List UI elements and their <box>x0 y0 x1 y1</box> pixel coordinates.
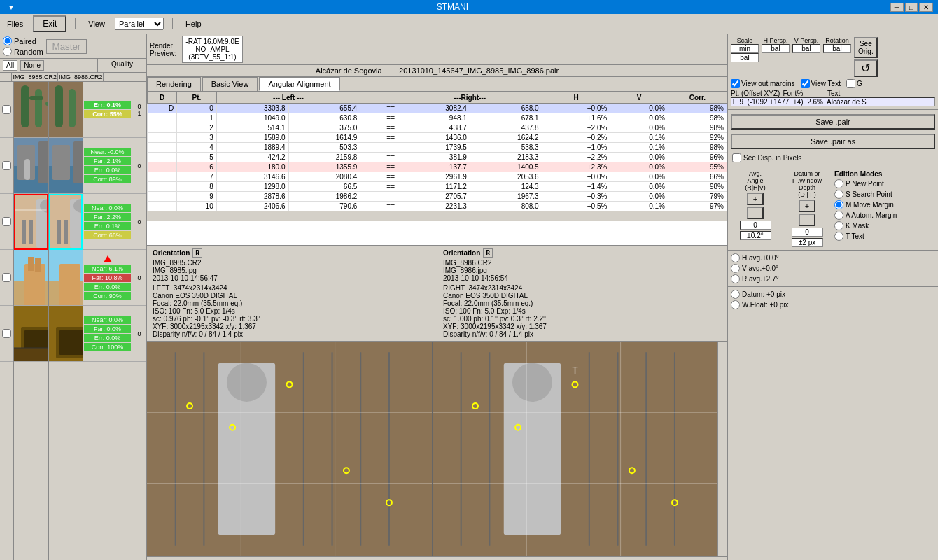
master-button[interactable]: Master <box>46 39 88 54</box>
autom-margin-radio-label[interactable]: A Autom. Margin <box>834 211 897 220</box>
tab-angular-alignment[interactable]: Angular Alignment <box>259 77 340 91</box>
v-avg-radio[interactable] <box>731 264 740 273</box>
w-float-radio-label[interactable]: W.Float: +0 pix <box>731 300 935 309</box>
view-mode-selector[interactable]: Parallel Crossed Anaglyph <box>115 18 164 30</box>
r-avg-radio[interactable] <box>731 274 740 284</box>
save-pair-as-button[interactable]: Save .pair as <box>731 134 935 149</box>
right-thumb-1[interactable] <box>49 82 83 138</box>
search-point-radio-label[interactable]: S Search Point <box>834 190 897 199</box>
table-scrollbar[interactable] <box>147 211 727 221</box>
table-row[interactable]: 31589.01614.9==1436.01624.2+0.2%0.1%92% <box>148 133 727 143</box>
tab-rendering[interactable]: Rendering <box>147 77 201 91</box>
k-mask-radio[interactable] <box>834 221 844 230</box>
paired-radio[interactable] <box>3 36 12 46</box>
view-menu[interactable]: View <box>84 18 109 29</box>
thumb-checkbox-1[interactable] <box>2 105 11 114</box>
h-avg-label[interactable]: H avg.+0.0° <box>731 253 935 262</box>
datum-zero-input[interactable] <box>792 227 823 237</box>
left-thumb-3[interactable] <box>14 194 48 250</box>
cb5[interactable] <box>0 306 13 362</box>
datum-radio[interactable] <box>731 290 740 299</box>
view-out-margins-label[interactable]: View out margins <box>731 79 795 88</box>
avg-zero-input[interactable] <box>740 220 771 230</box>
see-disp-label[interactable]: See Disp. in Pixels <box>731 152 935 164</box>
all-filter-btn[interactable]: All <box>3 60 18 71</box>
pt-info-input[interactable] <box>731 97 935 106</box>
random-radio-label[interactable]: Random <box>3 47 43 56</box>
cb1[interactable] <box>0 82 13 138</box>
t-text-radio-label[interactable]: T Text <box>834 232 897 241</box>
move-margin-radio-label[interactable]: M Move Margin <box>834 200 897 209</box>
left-thumb-5[interactable] <box>14 306 48 362</box>
h-avg-radio[interactable] <box>731 253 740 262</box>
none-filter-btn[interactable]: None <box>20 60 44 71</box>
right-thumb-2[interactable] <box>49 138 83 194</box>
left-preview[interactable] <box>147 342 433 556</box>
close-button[interactable]: ✕ <box>919 3 933 12</box>
table-row[interactable]: 2514.1375.0==438.7437.8+2.0%0.0%98% <box>148 123 727 133</box>
paired-radio-label[interactable]: Paired <box>3 36 43 46</box>
view-mode-dropdown[interactable]: Parallel Crossed Anaglyph <box>115 18 164 30</box>
table-row[interactable]: 92878.61986.2==2705.71967.3+0.3%0.0%79% <box>148 192 727 202</box>
maximize-button[interactable]: □ <box>905 3 918 12</box>
left-thumb-2[interactable] <box>14 138 48 194</box>
thumb-checkbox-3[interactable] <box>2 217 11 226</box>
see-orig-button[interactable]: SeeOrig. <box>854 37 878 58</box>
preview-scrollbar-v[interactable] <box>718 342 727 556</box>
right-thumb-4[interactable] <box>49 250 83 306</box>
new-point-radio[interactable] <box>834 179 844 188</box>
right-thumb-3[interactable] <box>49 194 83 250</box>
save-pair-button[interactable]: Save .pair <box>731 114 935 130</box>
k-mask-radio-label[interactable]: K Mask <box>834 221 897 230</box>
thumb-checkbox-4[interactable] <box>2 273 11 282</box>
table-row[interactable]: 41889.4503.3==1739.5538.3+1.0%0.1%98% <box>148 143 727 153</box>
new-point-radio-label[interactable]: P New Point <box>834 179 897 188</box>
table-row[interactable]: 73146.62080.4==2961.92053.6+0.0%0.0%66% <box>148 172 727 182</box>
datum-minus-button[interactable]: - <box>799 214 816 226</box>
table-row[interactable]: 5424.22159.8==381.92183.3+2.2%0.0%96% <box>148 153 727 162</box>
preview-scrollbar-h[interactable] <box>147 556 727 560</box>
thumb-checkbox-5[interactable] <box>2 329 11 338</box>
rotation-input[interactable] <box>823 44 851 53</box>
exit-button[interactable]: Exit <box>33 15 66 32</box>
v-avg-label[interactable]: V avg.+0.0° <box>731 264 935 273</box>
datum-radio-label[interactable]: Datum: +0 pix <box>731 290 935 299</box>
move-margin-radio[interactable] <box>834 200 844 209</box>
cb2[interactable] <box>0 138 13 194</box>
view-out-margins-checkbox[interactable] <box>731 79 740 88</box>
avg-plus-button[interactable]: + <box>747 192 764 205</box>
tab-basic-view[interactable]: Basic View <box>202 77 258 91</box>
cb4[interactable] <box>0 250 13 306</box>
view-text-checkbox[interactable] <box>801 79 810 88</box>
datum-pm-input[interactable] <box>792 238 823 247</box>
search-point-radio[interactable] <box>834 190 844 199</box>
avg-minus-button[interactable]: - <box>747 206 764 219</box>
right-thumb-5[interactable] <box>49 306 83 362</box>
g-checkbox[interactable] <box>846 79 855 88</box>
g-checkbox-label[interactable]: G <box>846 79 862 88</box>
t-text-radio[interactable] <box>834 232 844 241</box>
cb3[interactable] <box>0 194 13 250</box>
minimize-button[interactable]: ─ <box>890 3 904 12</box>
see-disp-checkbox[interactable] <box>732 153 741 162</box>
w-float-radio[interactable] <box>731 300 740 309</box>
thumb-checkbox-2[interactable] <box>2 161 11 170</box>
view-text-label[interactable]: View Text <box>801 79 841 88</box>
table-row[interactable]: 102406.6790.6==2231.3808.0+0.5%0.1%97% <box>148 202 727 211</box>
right-preview[interactable]: T <box>433 342 718 556</box>
random-radio[interactable] <box>3 47 12 56</box>
left-thumb-1[interactable] <box>14 82 48 138</box>
files-menu[interactable]: Files <box>3 18 27 29</box>
table-row[interactable]: 6180.01355.9==137.71400.5+2.3%0.0%95% <box>148 162 727 172</box>
autom-margin-radio[interactable] <box>834 211 844 220</box>
table-row[interactable]: D03303.8655.4==3082.4658.0+0.0%0.0%98% <box>148 104 727 113</box>
avg-pm-input[interactable] <box>740 231 771 240</box>
help-menu[interactable]: Help <box>181 18 206 29</box>
r-avg-label[interactable]: R avg.+2.7° <box>731 274 935 284</box>
rotate-button[interactable]: ↺ <box>854 59 878 77</box>
v-persp-input[interactable] <box>792 44 820 53</box>
datum-plus-button[interactable]: + <box>799 200 816 212</box>
table-row[interactable]: 11049.0630.8==948.1678.1+1.6%0.0%98% <box>148 113 727 123</box>
table-row[interactable]: 81298.066.5==1171.2124.3+1.4%0.0%98% <box>148 182 727 192</box>
scale-min-input[interactable] <box>731 44 759 53</box>
